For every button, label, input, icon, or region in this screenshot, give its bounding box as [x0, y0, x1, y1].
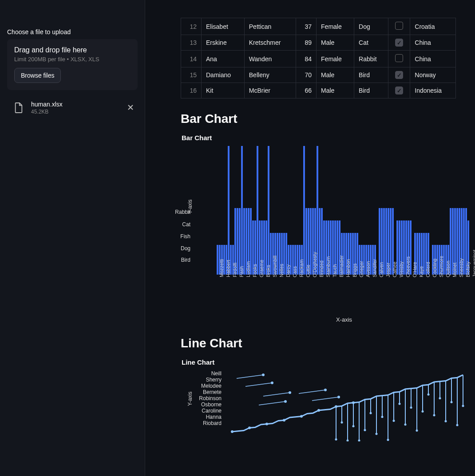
svg-point-37 [416, 429, 418, 432]
line-chart: Line Chart Y-axis NeillSherryMelodeeBern… [181, 358, 474, 441]
svg-line-57 [263, 393, 290, 396]
svg-point-23 [376, 433, 378, 435]
cell-pet: Dog [354, 18, 388, 35]
bar-chart-title: Bar Chart [182, 134, 474, 142]
cell-lastname: Pettican [244, 18, 296, 35]
svg-point-39 [422, 410, 424, 413]
remove-file-button[interactable] [126, 104, 135, 112]
svg-point-2 [265, 423, 268, 425]
svg-point-35 [410, 406, 412, 409]
svg-point-27 [387, 439, 389, 441]
cell-pet: Bird [354, 67, 388, 83]
svg-point-21 [370, 412, 372, 414]
svg-line-61 [299, 390, 325, 393]
cell-gender: Male [317, 83, 354, 98]
table-row: 12ElisabetPettican37FemaleDogCroatia [181, 18, 456, 35]
cell-firstname: Ana [202, 51, 245, 67]
cell-gender: Female [317, 18, 354, 35]
svg-point-47 [445, 420, 447, 422]
checkbox-icon[interactable] [395, 71, 403, 79]
svg-line-63 [312, 397, 339, 401]
line-chart-heading: Line Chart [181, 336, 475, 350]
browse-files-button[interactable]: Browse files [14, 68, 61, 83]
cell-pet: Cat [354, 35, 388, 51]
svg-point-13 [347, 440, 349, 442]
svg-point-41 [428, 393, 430, 396]
checkbox-icon[interactable] [395, 87, 403, 94]
row-index: 13 [181, 35, 202, 51]
cell-lastname: Kretschmer [244, 35, 296, 51]
file-icon [10, 99, 28, 117]
svg-point-45 [439, 397, 441, 399]
svg-point-31 [399, 403, 401, 405]
cell-age: 84 [296, 51, 317, 67]
upload-label: Choose a file to upload [7, 28, 138, 35]
file-dropzone[interactable]: Drag and drop file here Limit 200MB per … [7, 39, 138, 90]
cell-country: Croatia [410, 18, 456, 35]
cell-firstname: Erskine [202, 35, 245, 51]
row-index: 15 [181, 67, 202, 83]
svg-point-43 [433, 414, 435, 417]
cell-flag [388, 67, 410, 83]
cell-country: Norway [410, 67, 456, 83]
line-chart-area [223, 370, 474, 441]
bar-chart-xticks: MozzettiHabbertFirdolfiPashLudlamFooksGr… [214, 275, 474, 315]
line-chart-svg [223, 370, 472, 441]
uploaded-file-size: 45.2KB [31, 109, 126, 115]
sidebar: Choose a file to upload Drag and drop fi… [0, 0, 145, 476]
cell-gender: Male [317, 35, 354, 51]
table-row: 15DamianoBelleny70MaleBirdNorway [181, 67, 456, 83]
bar-chart-xlabel: X-axis [214, 316, 474, 323]
svg-point-49 [451, 401, 453, 403]
cell-firstname: Elisabet [202, 18, 245, 35]
cell-lastname: Wanden [244, 51, 296, 67]
line-chart-title: Line Chart [182, 358, 474, 366]
table-row: 16KitMcBrier66MaleBirdIndonesia [181, 83, 456, 98]
checkbox-icon[interactable] [395, 54, 403, 62]
checkbox-icon[interactable] [395, 39, 403, 47]
svg-point-25 [381, 416, 384, 418]
cell-age: 89 [296, 35, 317, 51]
main-content: 12ElisabetPettican37FemaleDogCroatia13Er… [145, 0, 475, 476]
uploaded-file-row: human.xlsx 45.2KB [7, 94, 138, 122]
table-row: 13ErskineKretschmer89MaleCatChina [181, 35, 456, 51]
cell-gender: Male [317, 67, 354, 83]
bar-chart-heading: Bar Chart [181, 112, 475, 126]
svg-point-53 [462, 405, 464, 407]
svg-point-17 [358, 440, 360, 442]
uploaded-file-name: human.xlsx [31, 101, 126, 108]
cell-pet: Rabbit [354, 51, 388, 67]
svg-line-55 [245, 383, 272, 386]
cell-country: China [410, 51, 456, 67]
svg-point-19 [364, 429, 366, 431]
data-table: 12ElisabetPettican37FemaleDogCroatia13Er… [181, 18, 456, 98]
cell-flag [388, 83, 410, 98]
cell-age: 70 [296, 67, 317, 83]
svg-point-4 [300, 415, 303, 418]
svg-point-3 [283, 419, 285, 421]
svg-line-65 [259, 401, 285, 405]
cell-country: China [410, 35, 456, 51]
cell-pet: Bird [354, 83, 388, 98]
svg-line-59 [237, 375, 263, 378]
svg-point-5 [317, 409, 320, 412]
svg-point-33 [404, 424, 407, 426]
cell-age: 37 [296, 18, 317, 35]
svg-point-15 [352, 425, 355, 427]
cell-lastname: Belleny [244, 67, 296, 83]
table-row: 14AnaWanden84FemaleRabbitChina [181, 51, 456, 67]
cell-gender: Female [317, 51, 354, 67]
line-chart-yticks: NeillSherryMelodeeBerneteRobinsonOsborne… [192, 370, 222, 426]
cell-flag [388, 35, 410, 51]
bar-chart-bars [214, 146, 474, 275]
cell-firstname: Damiano [202, 67, 245, 83]
cell-country: Indonesia [410, 83, 456, 98]
bar-chart: Bar Chart Y-axis RabbitCatFishDogBird Mo… [181, 134, 474, 323]
checkbox-icon[interactable] [395, 22, 403, 30]
svg-point-0 [231, 430, 234, 433]
row-index: 12 [181, 18, 202, 35]
svg-point-51 [456, 424, 459, 426]
cell-flag [388, 18, 410, 35]
svg-point-9 [335, 438, 337, 441]
cell-flag [388, 51, 410, 67]
